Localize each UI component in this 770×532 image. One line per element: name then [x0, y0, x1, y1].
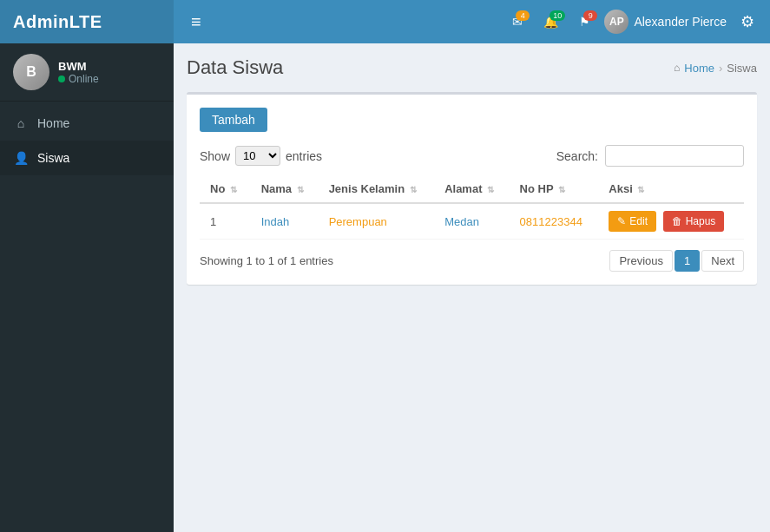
breadcrumb-home-icon: ⌂: [674, 62, 680, 74]
sidebar-user-avatar: B: [13, 54, 49, 90]
cell-jenis-kelamin: Perempuan: [319, 203, 434, 240]
col-nama: Nama ⇅: [251, 175, 319, 203]
flag-notification-button[interactable]: ⚑ 9: [572, 10, 597, 33]
search-box: Search:: [556, 145, 744, 167]
table-footer: Showing 1 to 1 of 1 entries Previous 1 N…: [200, 250, 744, 272]
settings-icon[interactable]: ⚙: [734, 8, 761, 36]
entries-label: entries: [286, 149, 322, 163]
page-title: Data Siswa: [187, 56, 283, 79]
data-table: No ⇅ Nama ⇅ Jenis Kelamin ⇅: [200, 175, 744, 240]
tambah-button[interactable]: Tambah: [200, 108, 267, 132]
cell-aksi: ✎Edit 🗑Hapus: [598, 203, 744, 240]
content-header: Data Siswa ⌂ Home › Siswa: [187, 56, 757, 79]
sort-no-hp-icon[interactable]: ⇅: [558, 185, 565, 194]
flag-badge: 9: [583, 10, 597, 21]
cell-nama: Indah: [251, 203, 319, 240]
main-content: Data Siswa ⌂ Home › Siswa Tambah Show: [174, 43, 770, 532]
user-dropdown-button[interactable]: AP Alexander Pierce: [604, 10, 727, 34]
entries-per-page-select[interactable]: 10 25 50 100: [235, 146, 280, 166]
siswa-icon: 👤: [13, 151, 29, 165]
pagination: Previous 1 Next: [609, 250, 744, 272]
home-icon: ⌂: [13, 116, 29, 130]
col-aksi: Aksi ⇅: [598, 175, 744, 203]
edit-button[interactable]: ✎Edit: [609, 211, 656, 232]
sort-nama-icon[interactable]: ⇅: [297, 185, 304, 194]
table-controls: Show 10 25 50 100 entries Search:: [200, 145, 744, 167]
col-no: No ⇅: [200, 175, 251, 203]
cell-no-hp: 0811223344: [510, 203, 599, 240]
hapus-icon: 🗑: [672, 215, 682, 227]
next-button[interactable]: Next: [701, 250, 744, 272]
sidebar-user-info: BWM Online: [58, 60, 99, 85]
sidebar-user-status: Online: [58, 73, 99, 85]
sort-aksi-icon[interactable]: ⇅: [637, 185, 644, 194]
data-box: Tambah Show 10 25 50 100 entries: [187, 92, 757, 285]
jenis-kelamin-value: Perempuan: [329, 215, 387, 228]
sidebar-siswa-label: Siswa: [37, 151, 69, 165]
sort-alamat-icon[interactable]: ⇅: [487, 185, 494, 194]
breadcrumb: ⌂ Home › Siswa: [674, 62, 757, 75]
edit-icon: ✎: [617, 215, 626, 227]
nama-link[interactable]: Indah: [261, 215, 290, 228]
cell-alamat: Medan: [434, 203, 509, 240]
col-no-hp: No HP ⇅: [510, 175, 599, 203]
sidebar-home-label: Home: [37, 116, 69, 130]
sort-no-icon[interactable]: ⇅: [230, 185, 237, 194]
table-body: 1 Indah Perempuan Medan 0811223344 ✎Edit…: [200, 203, 744, 240]
table-head: No ⇅ Nama ⇅ Jenis Kelamin ⇅: [200, 175, 744, 203]
app-logo: AdminLTE: [13, 12, 102, 32]
status-text: Online: [69, 73, 99, 85]
alamat-link[interactable]: Medan: [444, 215, 479, 228]
cell-no: 1: [200, 203, 251, 240]
col-nama-label: Nama: [261, 182, 292, 195]
col-alamat-label: Alamat: [444, 182, 482, 195]
mail-notification-button[interactable]: ✉ 4: [505, 10, 530, 33]
sidebar-item-home[interactable]: ⌂ Home: [0, 106, 174, 141]
search-input[interactable]: [605, 145, 744, 167]
sidebar-menu: ⌂ Home 👤 Siswa: [0, 106, 174, 175]
user-avatar-small: AP: [604, 10, 629, 34]
bell-notification-button[interactable]: 🔔 10: [536, 10, 565, 33]
mail-badge: 4: [516, 10, 530, 21]
logo-area: AdminLTE: [0, 0, 174, 43]
online-indicator: [58, 76, 65, 82]
show-label: Show: [200, 149, 230, 163]
col-jenis-kelamin-label: Jenis Kelamin: [329, 182, 405, 195]
user-name: Alexander Pierce: [634, 15, 727, 29]
no-hp-value: 0811223344: [520, 215, 582, 228]
box-body: Tambah Show 10 25 50 100 entries: [187, 95, 757, 285]
col-aksi-label: Aksi: [609, 182, 632, 195]
search-label: Search:: [556, 149, 598, 163]
breadcrumb-home-link[interactable]: Home: [684, 62, 714, 75]
col-alamat: Alamat ⇅: [434, 175, 509, 203]
header-icons: ✉ 4 🔔 10 ⚑ 9 AP Alexander Pierce ⚙: [505, 8, 761, 36]
sidebar-user-panel: B BWM Online: [0, 43, 174, 102]
show-entries-control: Show 10 25 50 100 entries: [200, 146, 322, 166]
sidebar-user-name: BWM: [58, 60, 99, 73]
sidebar: B BWM Online ⌂ Home: [0, 43, 174, 532]
sidebar-item-siswa[interactable]: 👤 Siswa: [0, 141, 174, 175]
breadcrumb-separator: ›: [719, 62, 722, 75]
col-no-hp-label: No HP: [520, 182, 554, 195]
breadcrumb-current: Siswa: [727, 62, 757, 75]
page-1-button[interactable]: 1: [675, 250, 700, 272]
col-jenis-kelamin: Jenis Kelamin ⇅: [319, 175, 434, 203]
sidebar-toggle-button[interactable]: ≡: [182, 8, 210, 36]
bell-badge: 10: [550, 10, 565, 21]
showing-info: Showing 1 to 1 of 1 entries: [200, 254, 333, 267]
table-row: 1 Indah Perempuan Medan 0811223344 ✎Edit…: [200, 203, 744, 240]
previous-button[interactable]: Previous: [609, 250, 673, 272]
hapus-button[interactable]: 🗑Hapus: [663, 211, 725, 232]
col-no-label: No: [210, 182, 225, 195]
sort-jenis-kelamin-icon[interactable]: ⇅: [410, 185, 417, 194]
